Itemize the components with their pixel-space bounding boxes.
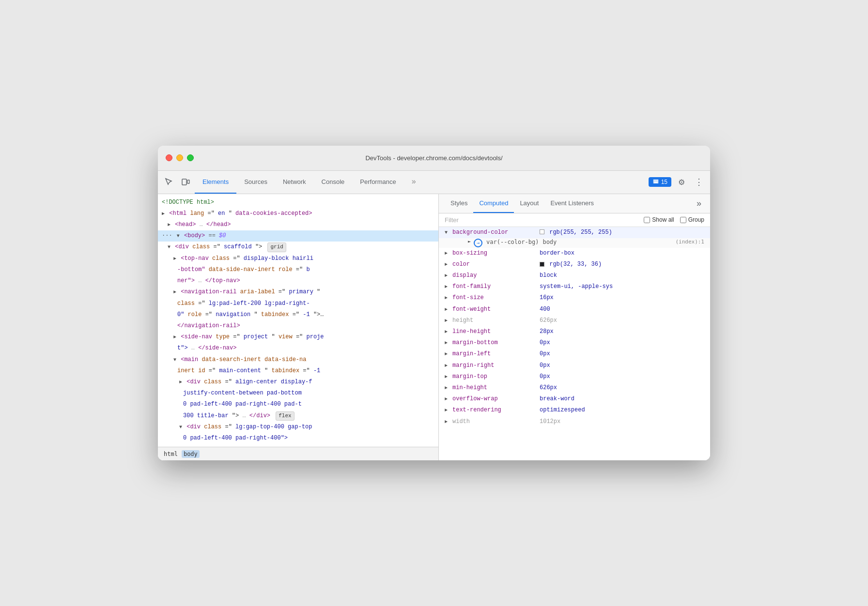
dom-line[interactable]: inert id =" main-content " tabindex =" -… [158, 365, 438, 377]
dom-line[interactable]: 0 pad-left-400 pad-right-400"> [158, 433, 438, 444]
computed-panel: Styles Computed Layout Event Listeners » [439, 194, 710, 461]
property-margin-left[interactable]: ► margin-left 0px [439, 348, 710, 360]
tab-sources[interactable]: Sources [236, 171, 275, 194]
dom-panel: <!DOCTYPE html> ▶ <html lang =" en " dat… [158, 194, 439, 461]
expand-arrow-overflow-wrap[interactable]: ► [445, 395, 450, 403]
dom-line[interactable]: ▶ <html lang =" en " data-cookies-accept… [158, 208, 438, 219]
property-text-rendering[interactable]: ► text-rendering optimizespeed [439, 405, 710, 416]
tab-elements[interactable]: Elements [195, 171, 236, 194]
expand-arrow-color[interactable]: ► [445, 261, 450, 269]
tab-more[interactable]: » [404, 171, 424, 194]
property-margin-right[interactable]: ► margin-right 0px [439, 360, 710, 371]
dom-line[interactable]: ► <side-nav type =" project " view =" pr… [158, 332, 438, 343]
expand-arrow-text-rendering[interactable]: ► [445, 407, 450, 414]
color-swatch-bg [540, 229, 544, 234]
expand-arrow-margin-right[interactable]: ► [445, 362, 450, 370]
breadcrumb-body[interactable]: body [182, 450, 200, 458]
dom-line[interactable]: ▼ <main data-search-inert data-side-na [158, 354, 438, 365]
property-color[interactable]: ► color rgb(32, 33, 36) [439, 259, 710, 270]
title-bar: DevTools - developer.chrome.com/docs/dev… [158, 146, 710, 171]
panel-tab-more[interactable]: » [694, 198, 704, 209]
group-checkbox[interactable] [680, 217, 686, 223]
devtools-window: DevTools - developer.chrome.com/docs/dev… [158, 146, 710, 461]
settings-button[interactable]: ⚙ [674, 175, 689, 189]
tab-console[interactable]: Console [314, 171, 353, 194]
expand-arrow-display[interactable]: ► [445, 272, 450, 280]
dom-line[interactable]: ▼ <div class =" lg:gap-top-400 gap-top [158, 422, 438, 433]
window-title: DevTools - developer.chrome.com/docs/dev… [365, 154, 502, 162]
svg-rect-0 [182, 179, 186, 185]
badge-grid[interactable]: grid [267, 242, 286, 252]
show-all-checkbox[interactable] [644, 217, 650, 223]
show-all-checkbox-group: Show all [644, 216, 674, 223]
breadcrumb-html[interactable]: html [162, 450, 180, 458]
minimize-button[interactable] [176, 154, 183, 161]
dom-line[interactable]: ► <top-nav class =" display-block hairli [158, 253, 438, 264]
badge-flex[interactable]: flex [276, 411, 294, 421]
notification-badge[interactable]: 15 [649, 177, 671, 187]
color-swatch-color [540, 262, 544, 267]
property-margin-top[interactable]: ► margin-top 0px [439, 371, 710, 382]
dom-line[interactable]: ner"> … </top-nav> [158, 275, 438, 287]
dom-line-body-selected[interactable]: ··· ▼ <body> == $0 [158, 230, 438, 242]
main-content: <!DOCTYPE html> ▶ <html lang =" en " dat… [158, 194, 710, 461]
property-font-weight[interactable]: ► font-weight 400 [439, 304, 710, 315]
property-width[interactable]: ► width 1012px [439, 416, 710, 427]
expand-arrow-min-height[interactable]: ► [445, 384, 450, 392]
dom-line[interactable]: class =" lg:pad-left-200 lg:pad-right- [158, 298, 438, 309]
expand-arrow-background-color[interactable]: ▼ [445, 229, 450, 237]
close-button[interactable] [166, 154, 172, 161]
tab-computed[interactable]: Computed [473, 194, 514, 213]
tab-event-listeners[interactable]: Event Listeners [544, 194, 600, 213]
dom-line[interactable]: 0 pad-left-400 pad-right-400 pad-t [158, 399, 438, 410]
dom-line[interactable]: justify-content-between pad-bottom [158, 388, 438, 399]
computed-properties-list: ▼ background-color rgb(255, 255, 255) ► … [439, 227, 710, 461]
expand-arrow-height[interactable]: ► [445, 317, 450, 325]
dom-line[interactable]: ► <navigation-rail aria-label =" primary… [158, 287, 438, 298]
maximize-button[interactable] [187, 154, 194, 161]
dom-line[interactable]: 0" role =" navigation " tabindex =" -1 "… [158, 309, 438, 320]
expand-arrow-margin-top[interactable]: ► [445, 373, 450, 381]
property-overflow-wrap[interactable]: ► overflow-wrap break-word [439, 394, 710, 405]
dom-line[interactable]: ► <head> … </head> [158, 219, 438, 230]
property-font-family[interactable]: ► font-family system-ui, -apple-sys [439, 281, 710, 292]
dom-line[interactable]: ► <div class =" align-center display-f [158, 377, 438, 388]
tab-network[interactable]: Network [275, 171, 314, 194]
expand-arrow-width[interactable]: ► [445, 418, 450, 426]
property-line-height[interactable]: ► line-height 28px [439, 326, 710, 337]
expand-arrow-line-height[interactable]: ► [445, 328, 450, 336]
property-background-color[interactable]: ▼ background-color rgb(255, 255, 255) [439, 227, 710, 238]
dom-line[interactable]: -bottom" data-side-nav-inert role =" b [158, 264, 438, 275]
more-options-button[interactable]: ⋮ [692, 175, 706, 189]
expand-arrow-margin-bottom[interactable]: ► [445, 339, 450, 347]
breadcrumb-bar: html body [158, 447, 438, 460]
dom-line[interactable]: <!DOCTYPE html> [158, 197, 438, 208]
expand-arrow-font-family[interactable]: ► [445, 283, 450, 291]
dom-line[interactable]: 300 title-bar "> … </div> flex [158, 410, 438, 422]
property-box-sizing[interactable]: ► box-sizing border-box [439, 248, 710, 259]
sub-row-background-color: ► → var(--color-bg) body (index):1 [439, 238, 710, 248]
dom-line[interactable]: ▼ <div class =" scaffold "> grid [158, 242, 438, 253]
property-min-height[interactable]: ► min-height 626px [439, 382, 710, 394]
dom-line[interactable]: t"> … </side-nav> [158, 343, 438, 354]
expand-arrow-box-sizing[interactable]: ► [445, 250, 450, 258]
inspect-element-button[interactable] [162, 175, 176, 189]
navigate-to-rule-icon[interactable]: → [474, 239, 482, 247]
svg-rect-1 [187, 180, 189, 183]
tab-styles[interactable]: Styles [445, 194, 473, 213]
top-toolbar: Elements Sources Network Console Perform… [158, 171, 710, 194]
main-tab-bar: Elements Sources Network Console Perform… [195, 171, 647, 194]
property-margin-bottom[interactable]: ► margin-bottom 0px [439, 337, 710, 348]
filter-input[interactable] [445, 216, 638, 224]
tab-performance[interactable]: Performance [352, 171, 403, 194]
device-toolbar-button[interactable] [178, 175, 193, 189]
tab-layout[interactable]: Layout [514, 194, 544, 213]
expand-arrow-margin-left[interactable]: ► [445, 350, 450, 358]
property-font-size[interactable]: ► font-size 16px [439, 292, 710, 303]
expand-arrow-font-weight[interactable]: ► [445, 306, 450, 314]
property-height[interactable]: ► height 626px [439, 315, 710, 326]
expand-arrow-font-size[interactable]: ► [445, 294, 450, 302]
property-display[interactable]: ► display block [439, 270, 710, 281]
dom-line[interactable]: </navigation-rail> [158, 320, 438, 332]
dom-tree[interactable]: <!DOCTYPE html> ▶ <html lang =" en " dat… [158, 194, 438, 447]
